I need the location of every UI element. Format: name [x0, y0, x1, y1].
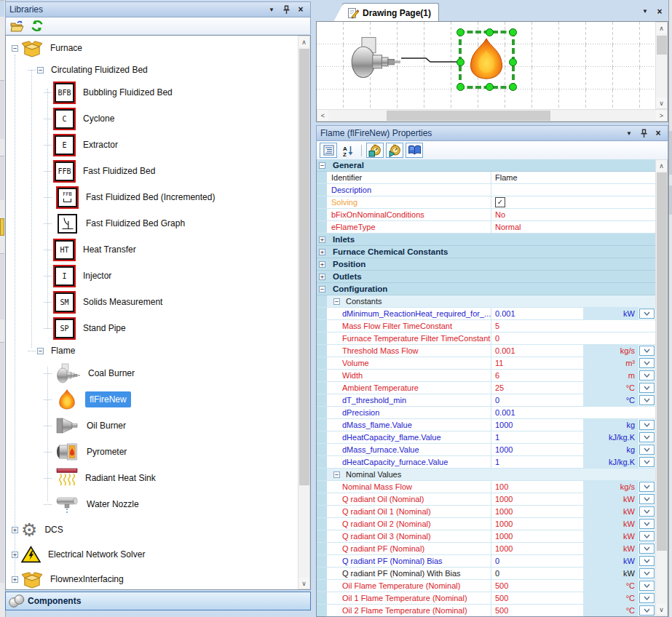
unit-dropdown-button[interactable]: [639, 346, 655, 356]
property-row-dheatcapacity-flame-value[interactable]: dHeatCapacity_flame.Value1kJ/kg.K: [317, 431, 655, 444]
property-row-oil-2-flame-temperature-nominal[interactable]: Oil 2 Flame Temperature (Nominal)500°C: [317, 605, 655, 617]
selection-handle[interactable]: [456, 58, 465, 66]
checkbox-checked[interactable]: ✓: [495, 197, 505, 207]
unit-dropdown-button[interactable]: [639, 457, 655, 467]
steady-state-button[interactable]: [366, 143, 384, 158]
expand-icon[interactable]: +: [319, 236, 325, 243]
property-row-dt-threshold-min[interactable]: dT_threshold_min0°C: [317, 394, 655, 407]
selection-handle[interactable]: [509, 28, 517, 36]
category-row-furnace-chemical-constants[interactable]: +Furnace Chemical Constants: [317, 246, 655, 258]
property-row-oil-1-flame-temperature-nominal[interactable]: Oil 1 Flame Temperature (Nominal)500°C: [317, 592, 655, 605]
expand-icon[interactable]: +: [12, 552, 18, 558]
property-row-dprecision[interactable]: dPrecision0.001: [317, 407, 655, 419]
subcategory-row-constants[interactable]: −Constants: [317, 295, 655, 308]
selection-handle[interactable]: [456, 83, 465, 91]
category-row-inlets[interactable]: +Inlets: [317, 234, 655, 246]
property-row-q-radiant-pf-nominal-with-bias[interactable]: Q radiant PF (Nominal) With Bias0kW: [317, 568, 655, 580]
tree-item-stand-pipe[interactable]: SPStand Pipe: [6, 315, 298, 341]
property-row-threshold-mass-flow[interactable]: Threshold Mass Flow0.001kg/s: [317, 345, 655, 357]
unit-dropdown-button[interactable]: [639, 395, 655, 405]
property-value[interactable]: ✓: [491, 196, 655, 208]
expand-icon[interactable]: +: [319, 249, 325, 255]
property-value[interactable]: Flame: [491, 172, 655, 183]
scrollbar-thumb[interactable]: [657, 36, 667, 55]
property-value[interactable]: 1000: [491, 444, 583, 455]
unit-dropdown-button[interactable]: [639, 531, 655, 541]
tree-item-fast-fluidized-bed-incremented[interactable]: FFBFast Fluidized Bed (Incremented): [6, 184, 298, 210]
property-value[interactable]: 0: [491, 333, 655, 344]
unit-dropdown-button[interactable]: [639, 506, 655, 517]
unit-dropdown-button[interactable]: [639, 519, 655, 529]
scrollbar-thumb[interactable]: [299, 49, 309, 485]
sort-alphabetical-button[interactable]: AZ: [339, 143, 357, 158]
unit-dropdown-button[interactable]: [639, 432, 655, 442]
canvas-hscrollbar[interactable]: < >: [317, 109, 668, 122]
unit-dropdown-button[interactable]: [639, 445, 655, 455]
properties-scrollbar[interactable]: ∧ ∨: [655, 159, 668, 616]
property-row-q-radiant-oil-nominal[interactable]: Q radiant Oil (Nominal)1000kW: [317, 493, 655, 506]
expand-icon[interactable]: +: [12, 527, 18, 533]
unit-dropdown-button[interactable]: [639, 544, 655, 554]
property-row-dheatcapacity-furnace-value[interactable]: dHeatCapacity_furnace.Value1kJ/kg.K: [317, 456, 655, 469]
tree-item-coal-burner[interactable]: Coal Burner: [6, 360, 298, 386]
category-row-configuration[interactable]: −Configuration: [317, 283, 655, 295]
tree-item-pyrometer[interactable]: Pyrometer: [6, 439, 298, 465]
property-value[interactable]: 0.001: [491, 308, 583, 319]
category-row-general[interactable]: −General: [317, 159, 655, 172]
properties-menu-button[interactable]: ▼: [623, 128, 635, 139]
property-row-dmass-flame-value[interactable]: dMass_flame.Value1000kg: [317, 419, 655, 431]
tree-item-injector[interactable]: IInjector: [6, 263, 298, 289]
tree-item-oil-burner[interactable]: Oil Burner: [6, 413, 298, 439]
scroll-right-arrow[interactable]: >: [656, 110, 667, 121]
tree-item-heat-transfer[interactable]: HTHeat Transfer: [6, 236, 298, 263]
property-value[interactable]: 1: [491, 431, 583, 443]
refresh-library-button[interactable]: [29, 19, 45, 33]
property-row-q-radiant-pf-nominal[interactable]: Q radiant PF (Nominal)1000kW: [317, 543, 655, 555]
property-row-nominal-mass-flow[interactable]: Nominal Mass Flow100kg/s: [317, 481, 655, 493]
scroll-down-arrow[interactable]: ∨: [299, 578, 309, 589]
property-row-q-radiant-oil-2-nominal[interactable]: Q radiant Oil 2 (Nominal)1000kW: [317, 518, 655, 530]
tree-group-circulating-fluidized-bed[interactable]: −Circulating Fluidized Bed: [6, 60, 298, 79]
libraries-menu-button[interactable]: ▼: [266, 4, 277, 15]
unit-dropdown-button[interactable]: [639, 358, 655, 368]
unit-dropdown-button[interactable]: [639, 494, 655, 504]
property-row-identifier[interactable]: IdentifierFlame: [317, 172, 655, 184]
unit-dropdown-button[interactable]: [639, 308, 655, 319]
property-value[interactable]: 11: [491, 357, 583, 369]
unit-dropdown-button[interactable]: [639, 556, 655, 566]
category-row-outlets[interactable]: +Outlets: [317, 271, 655, 283]
property-row-volume[interactable]: Volume11m³: [317, 357, 655, 370]
property-value[interactable]: 500: [491, 580, 583, 592]
property-row-bfixonnominalconditions[interactable]: bFixOnNominalConditionsNo: [317, 209, 655, 221]
unit-dropdown-button[interactable]: [639, 383, 655, 393]
transient-button[interactable]: [386, 143, 403, 158]
property-row-solving[interactable]: Solving✓: [317, 196, 655, 209]
property-value[interactable]: 5: [491, 320, 655, 332]
unit-dropdown-button[interactable]: [639, 593, 655, 603]
selection-handle[interactable]: [509, 58, 517, 66]
property-value[interactable]: 0: [491, 568, 583, 579]
unit-dropdown-button[interactable]: [639, 605, 655, 616]
subcategory-row-nominal-values[interactable]: −Nominal Values: [317, 469, 655, 481]
tree-group-flame[interactable]: −Flame: [6, 341, 298, 360]
components-bar[interactable]: Components: [5, 592, 311, 610]
property-value[interactable]: No: [491, 209, 655, 220]
collapse-icon[interactable]: −: [37, 67, 44, 73]
scroll-up-arrow[interactable]: ∧: [656, 23, 667, 33]
property-row-q-radiant-oil-1-nominal[interactable]: Q radiant Oil 1 (Nominal)1000kW: [317, 506, 655, 518]
tree-item-solids-measurement[interactable]: SMSolids Measurement: [6, 289, 298, 315]
property-row-oil-flame-temperature-nominal[interactable]: Oil Flame Temperature (Nominal)500°C: [317, 580, 655, 592]
categorized-view-button[interactable]: [320, 143, 337, 158]
collapse-icon[interactable]: −: [319, 286, 325, 292]
collapse-icon[interactable]: −: [333, 298, 340, 305]
unit-dropdown-button[interactable]: [639, 420, 655, 430]
libraries-close-button[interactable]: ×: [295, 4, 307, 15]
tree-item-flfirenew[interactable]: flFireNew: [6, 386, 298, 413]
property-row-ambient-temperature[interactable]: Ambient Temperature25°C: [317, 382, 655, 394]
scroll-up-arrow[interactable]: ∧: [299, 36, 309, 47]
property-row-description[interactable]: Description: [317, 184, 655, 196]
tree-group-furnace[interactable]: −Furnace: [6, 36, 298, 60]
property-row-q-radiant-oil-3-nominal[interactable]: Q radiant Oil 3 (Nominal)1000kW: [317, 530, 655, 543]
property-row-q-radiant-pf-nominal-bias[interactable]: Q radiant PF (Nominal) Bias0kW: [317, 555, 655, 568]
expand-icon[interactable]: +: [319, 274, 325, 280]
